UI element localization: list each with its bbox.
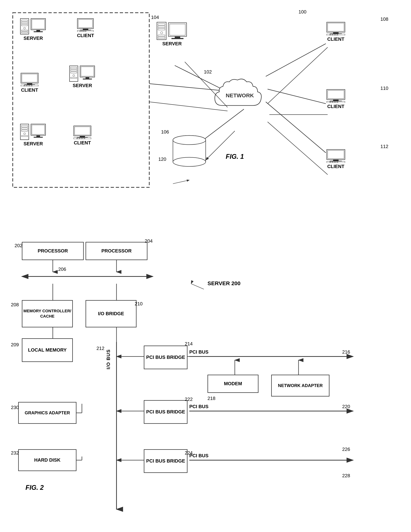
- svg-rect-53: [80, 136, 85, 137]
- svg-rect-40: [83, 79, 92, 79]
- svg-rect-31: [69, 66, 78, 82]
- svg-rect-18: [34, 31, 43, 32]
- svg-line-95: [268, 47, 328, 104]
- ref-106: 106: [161, 129, 169, 135]
- io-bridge-block: I/O BRIDGE: [86, 300, 137, 327]
- network-adapter-block: NETWORK ADAPTER: [271, 375, 329, 397]
- fig2-label: FIG. 2: [26, 484, 44, 491]
- ref-209: 209: [11, 342, 19, 348]
- ref-210: 210: [135, 301, 143, 307]
- svg-rect-67: [171, 38, 184, 39]
- local-memory-block: LOCAL MEMORY: [22, 338, 73, 362]
- processor2-block: PROCESSOR: [86, 242, 147, 260]
- ref-222: 222: [185, 397, 193, 402]
- ref-218: 218: [207, 396, 215, 401]
- svg-rect-86: [328, 150, 344, 159]
- svg-rect-81: [333, 99, 339, 101]
- svg-text:≫≫≫≫: ≫≫≫≫: [76, 137, 86, 139]
- fig2-diagram: PROCESSOR PROCESSOR MEMORY CONTROLLER/ C…: [7, 233, 404, 524]
- svg-rect-74: [328, 23, 344, 31]
- svg-text:≫≫≫≫: ≫≫≫≫: [79, 30, 87, 32]
- svg-rect-41: [20, 124, 29, 140]
- svg-point-71: [173, 157, 206, 166]
- client-108: ≫≫≫≫ CLIENT: [326, 22, 346, 42]
- svg-point-72: [173, 135, 206, 145]
- svg-rect-20: [78, 19, 92, 28]
- ref-224: 224: [185, 450, 193, 456]
- ref-214: 214: [185, 341, 193, 347]
- svg-line-97: [268, 122, 328, 175]
- svg-rect-66: [175, 36, 180, 38]
- ref-216: 216: [342, 349, 350, 355]
- svg-rect-49: [36, 135, 40, 137]
- svg-text:≫≫≫≫: ≫≫≫≫: [329, 161, 339, 163]
- svg-rect-52: [75, 127, 90, 135]
- network-cloud: NETWORK: [207, 76, 266, 117]
- server-200-label: SERVER 200: [207, 280, 240, 287]
- svg-rect-75: [333, 32, 339, 33]
- svg-rect-38: [81, 67, 94, 76]
- svg-line-2: [266, 44, 326, 76]
- svg-rect-17: [36, 30, 40, 31]
- ref-110: 110: [381, 86, 388, 91]
- hard-disk-block: HARD DISK: [18, 449, 77, 471]
- ref-232: 232: [11, 450, 19, 456]
- client-110: ≫≫≫≫ CLIENT: [326, 89, 346, 109]
- svg-rect-50: [34, 137, 43, 138]
- ref-100: 100: [299, 9, 306, 15]
- server-104: SERVER: [157, 22, 187, 47]
- dashed-server-1: SERVER: [20, 18, 46, 41]
- svg-rect-65: [170, 24, 185, 35]
- svg-rect-16: [32, 19, 45, 29]
- io-bus-label: I/O BUS: [106, 349, 111, 418]
- dashed-client-2: ≫≫≫≫ CLIENT: [20, 73, 39, 93]
- memory-controller-block: MEMORY CONTROLLER/ CACHE: [22, 300, 73, 327]
- svg-rect-48: [32, 125, 45, 134]
- svg-text:≫≫≫≫: ≫≫≫≫: [329, 33, 339, 36]
- client-112: ≫≫≫≫ CLIENT: [326, 149, 346, 169]
- svg-rect-27: [27, 83, 32, 84]
- ref-202: 202: [15, 243, 22, 248]
- ref-228: 228: [342, 473, 350, 478]
- ref-206: 206: [58, 266, 66, 272]
- pci-bridge1-block: PCI BUS BRIDGE: [144, 346, 187, 369]
- fig1-diagram: SERVER ≫≫≫≫ CLIENT ≫≫≫≫ CLIENT: [7, 7, 404, 226]
- pci-bridge3-block: PCI BUS BRIDGE: [144, 449, 187, 473]
- pci-bus2-label: PCI BUS: [189, 404, 208, 409]
- svg-line-4: [266, 102, 326, 153]
- dashed-server-3: SERVER: [20, 124, 46, 147]
- svg-rect-87: [333, 160, 339, 161]
- svg-text:NETWORK: NETWORK: [226, 92, 254, 98]
- ref-120: 120: [158, 156, 166, 162]
- modem-block: MODEM: [207, 375, 258, 393]
- ref-226: 226: [342, 446, 350, 452]
- fig1-label: FIG. 1: [226, 153, 244, 161]
- dashed-client-1: ≫≫≫≫ CLIENT: [77, 18, 95, 38]
- dashed-server-2: SERVER: [69, 66, 96, 88]
- dashed-client-3: ≫≫≫≫ CLIENT: [73, 125, 92, 146]
- ref-102: 102: [204, 69, 212, 75]
- svg-line-98: [173, 180, 189, 184]
- svg-line-125: [191, 284, 204, 289]
- processor1-block: PROCESSOR: [22, 242, 84, 260]
- svg-text:≫≫≫≫: ≫≫≫≫: [329, 101, 339, 103]
- pci-bus1-label: PCI BUS: [189, 349, 208, 355]
- ref-108: 108: [381, 16, 388, 22]
- svg-line-3: [268, 89, 326, 104]
- svg-rect-21: [83, 28, 88, 30]
- ref-104: 104: [151, 15, 159, 20]
- ref-230: 230: [11, 405, 19, 410]
- svg-rect-80: [328, 90, 344, 99]
- svg-rect-26: [22, 74, 37, 82]
- ref-204: 204: [145, 238, 153, 244]
- ref-220: 220: [342, 404, 350, 409]
- svg-text:≫≫≫≫: ≫≫≫≫: [23, 84, 33, 86]
- ref-208: 208: [11, 302, 19, 308]
- graphics-adapter-block: GRAPHICS ADAPTER: [18, 402, 77, 424]
- ref-212: 212: [97, 346, 104, 351]
- pci-bridge2-block: PCI BUS BRIDGE: [144, 400, 187, 424]
- ref-112: 112: [381, 144, 388, 149]
- svg-rect-39: [86, 77, 89, 79]
- storage-106: [171, 135, 207, 168]
